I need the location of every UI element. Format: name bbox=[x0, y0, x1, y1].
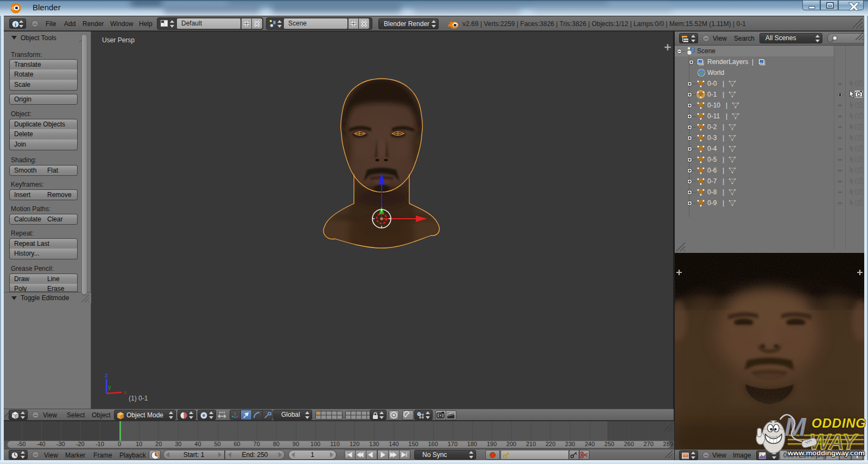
svg-text:y: y bbox=[108, 384, 111, 390]
svg-text:M: M bbox=[784, 412, 807, 441]
svg-text:www.moddingway.com: www.moddingway.com bbox=[787, 449, 865, 457]
svg-text:x: x bbox=[124, 389, 127, 396]
svg-text:i: i bbox=[15, 21, 16, 28]
svg-text:ODDING: ODDING bbox=[812, 416, 866, 430]
svg-text:z: z bbox=[105, 372, 108, 378]
